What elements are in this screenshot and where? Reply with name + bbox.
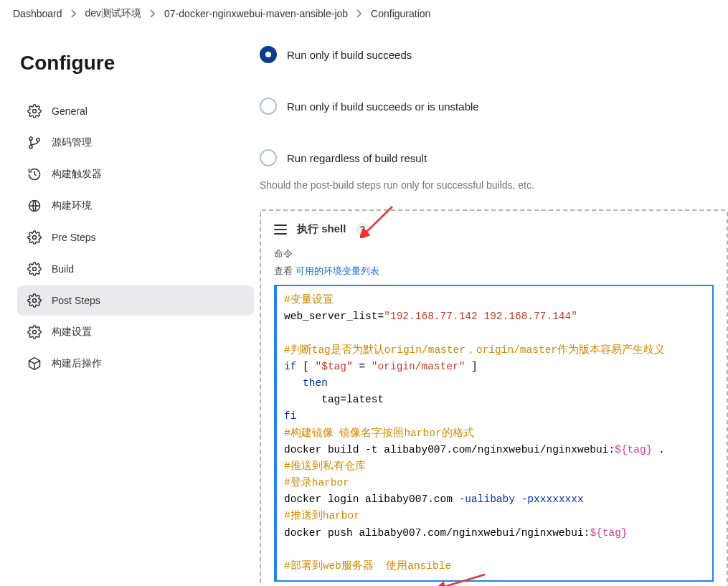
gear-icon [27, 325, 42, 339]
help-text: Should the post-build steps run only for… [260, 179, 728, 191]
sidebar-item-build-settings[interactable]: 构建设置 [17, 317, 254, 347]
page-title: Configure [20, 52, 254, 75]
svg-point-2 [29, 146, 32, 148]
cube-icon [27, 356, 42, 371]
sidebar-item-triggers[interactable]: 构建触发器 [17, 159, 254, 189]
sidebar-item-label: Pre Steps [52, 232, 95, 243]
help-icon[interactable]: ? [356, 223, 369, 236]
svg-point-1 [29, 137, 32, 140]
chevron-right-icon [150, 9, 156, 18]
sidebar-item-post-steps[interactable]: Post Steps [17, 285, 254, 316]
gear-icon [27, 104, 42, 118]
radio-icon [260, 46, 277, 63]
sidebar-item-pre-steps[interactable]: Pre Steps [17, 222, 254, 252]
chevron-right-icon [356, 9, 362, 18]
sidebar-item-post-build[interactable]: 构建后操作 [17, 349, 254, 379]
sidebar-item-label: 构建后操作 [52, 357, 102, 370]
shell-step-box: 执行 shell ? 命令 查看 可用的环境变量列表 #变量设置 web_ser… [260, 209, 728, 586]
env-vars-link[interactable]: 可用的环境变量列表 [296, 265, 379, 276]
command-label: 命令 [274, 247, 714, 260]
sidebar: Configure General 源码管理 构建触发器 构建环境 Pre St… [17, 37, 254, 586]
breadcrumb-item[interactable]: Dashboard [13, 8, 62, 19]
gear-icon [27, 293, 42, 308]
sidebar-item-label: 构建触发器 [52, 168, 102, 181]
radio-label: Run regardless of build result [287, 152, 427, 164]
sidebar-item-label: Post Steps [52, 295, 100, 306]
radio-icon [260, 98, 277, 115]
shell-command-input[interactable]: #变量设置 web_server_list="192.168.77.142 19… [274, 285, 714, 582]
branch-icon [27, 136, 42, 150]
svg-point-3 [37, 138, 39, 141]
svg-point-5 [33, 236, 37, 240]
breadcrumb-item[interactable]: 07-docker-nginxwebui-maven-ansible-job [164, 8, 348, 19]
breadcrumb-item[interactable]: Configuration [371, 8, 430, 19]
breadcrumb: Dashboard dev测试环境 07-docker-nginxwebui-m… [0, 0, 728, 27]
svg-point-7 [33, 299, 37, 303]
radio-icon [260, 149, 277, 166]
radio-run-on-success[interactable]: Run only if build succeeds [260, 46, 728, 63]
radio-label: Run only if build succeeds [287, 49, 412, 61]
sidebar-item-general[interactable]: General [17, 96, 254, 126]
sidebar-item-label: Build [52, 263, 74, 275]
sidebar-item-build[interactable]: Build [17, 254, 254, 284]
radio-label: Run only if build succeeds or is unstabl… [287, 100, 479, 113]
gear-icon [27, 230, 42, 245]
main: Run only if build succeeds Run only if b… [254, 37, 728, 586]
svg-point-0 [33, 110, 37, 113]
radio-run-on-success-or-unstable[interactable]: Run only if build succeeds or is unstabl… [260, 98, 728, 115]
globe-icon [27, 199, 42, 213]
sidebar-item-env[interactable]: 构建环境 [17, 191, 254, 221]
breadcrumb-item[interactable]: dev测试环境 [85, 7, 142, 20]
svg-point-6 [33, 268, 37, 271]
drag-handle-icon[interactable] [274, 225, 287, 235]
sidebar-item-label: 构建环境 [52, 199, 92, 212]
side-nav: General 源码管理 构建触发器 构建环境 Pre Steps Build [17, 96, 254, 379]
sidebar-item-label: 构建设置 [52, 326, 92, 339]
gear-icon [27, 262, 42, 276]
sidebar-item-label: General [52, 105, 88, 117]
svg-point-8 [33, 331, 37, 334]
sidebar-item-label: 源码管理 [52, 136, 92, 149]
clock-arrow-icon [27, 167, 42, 181]
sidebar-item-scm[interactable]: 源码管理 [17, 128, 254, 158]
chevron-right-icon [71, 9, 77, 18]
env-link-row: 查看 可用的环境变量列表 [274, 265, 714, 278]
radio-run-regardless[interactable]: Run regardless of build result [260, 149, 728, 166]
step-title: 执行 shell [297, 222, 346, 236]
